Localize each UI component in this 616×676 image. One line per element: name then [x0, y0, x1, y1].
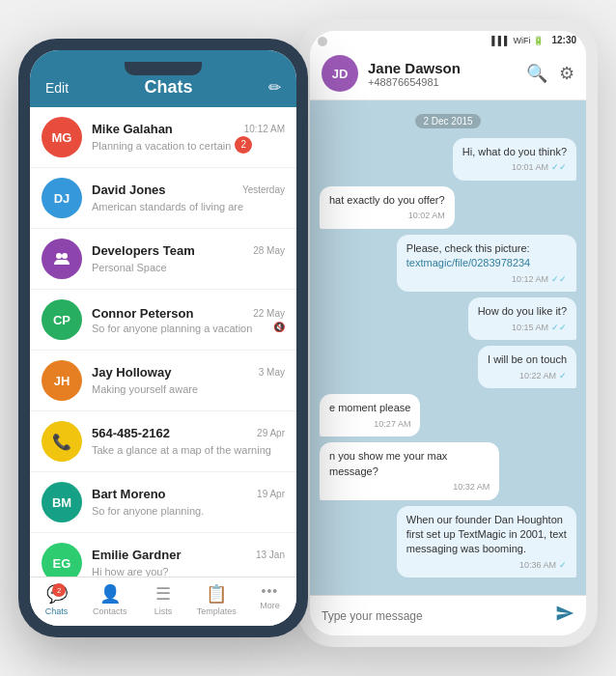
message-bubble: Hi, what do you think? 10:01 AM ✓✓ [453, 138, 576, 181]
chat-preview: Making yourself aware [92, 383, 198, 395]
chats-title: Chats [145, 77, 193, 98]
message-time: 10:32 AM [453, 481, 490, 493]
message-time: 10:15 AM [512, 322, 548, 334]
avatar-bm: BM [42, 482, 82, 522]
avatar-dt [42, 239, 82, 279]
chat-preview: Planning a vacation to certain [92, 140, 231, 152]
message-text: n you show me your max message? [329, 449, 490, 479]
message-bubble: n you show me your max message? 10:32 AM [320, 442, 499, 499]
lists-nav-icon: ☰ [155, 583, 171, 605]
message-bubble: When our founder Dan Houghton first set … [397, 506, 576, 578]
nav-templates[interactable]: 📋 Templates [190, 583, 243, 616]
check-icon: ✓ [559, 559, 567, 572]
chat-item-devteam1[interactable]: Developers Team 28 May Personal Space [30, 229, 296, 290]
signal-icon: ▌▌▌ [491, 36, 510, 45]
templates-nav-icon: 📋 [206, 583, 227, 605]
send-button[interactable] [555, 604, 574, 628]
chat-name: Bart Moreno [92, 487, 166, 501]
compose-icon[interactable]: ✏ [268, 78, 281, 97]
chat-name: Developers Team [92, 243, 195, 258]
chat-preview: So for anyone planning. [92, 505, 204, 517]
chat-info-emilie: Emilie Gardner 13 Jan Hi how are you? [92, 548, 285, 577]
contacts-nav-icon: 👤 [99, 583, 121, 605]
battery-icon: 🔋 [533, 36, 544, 45]
right-phone: ▌▌▌ WiFi 🔋 12:30 JD Jane Dawson +4887665… [298, 19, 598, 647]
chat-item-emilie[interactable]: EG Emilie Gardner 13 Jan Hi how are you? [30, 533, 296, 577]
contact-info: Jane Dawson +48876654981 [368, 60, 517, 88]
chat-item-david1[interactable]: DJ David Jones Yesterday American standa… [30, 168, 296, 229]
chat-preview: American standards of living are [92, 201, 243, 212]
notch-left [125, 62, 202, 75]
wifi-icon: WiFi [513, 36, 530, 45]
edit-button[interactable]: Edit [45, 80, 69, 96]
nav-label-lists: Lists [154, 606, 173, 616]
chat-info-jay: Jay Holloway 3 May Making yourself aware [92, 365, 285, 397]
chat-item-jay[interactable]: JH Jay Holloway 3 May Making yourself aw… [30, 351, 296, 411]
message-text: Please, check this picture: textmagic/fi… [406, 241, 567, 271]
chat-time: 29 Apr [257, 428, 285, 438]
chat-time: 3 May [259, 367, 285, 378]
chat-item-mike[interactable]: MG Mike Galahan 10:12 AM Planning a vaca… [30, 107, 296, 168]
chat-item-phone-number[interactable]: 📞 564-485-2162 29 Apr Take a glance at a… [30, 411, 296, 472]
nav-label-contacts: Contacts [93, 606, 127, 616]
nav-lists[interactable]: ☰ Lists [136, 583, 189, 616]
chat-time: 13 Jan [256, 549, 285, 560]
avatar-mg: MG [42, 117, 82, 157]
message-bubble: Please, check this picture: textmagic/fi… [397, 235, 576, 292]
chat-time: 22 May [253, 308, 285, 319]
chat-item-bart[interactable]: BM Bart Moreno 19 Apr So for anyone plan… [30, 472, 296, 533]
chat-messages: 2 Dec 2015 Hi, what do you think? 10:01 … [310, 100, 586, 595]
message-bubble: I will be on touch 10:22 AM ✓ [478, 346, 576, 388]
chat-name: 564-485-2162 [92, 426, 170, 440]
phones-container: Edit Chats ✏ MG Mike Galahan 10:12 AM Pl… [18, 19, 598, 657]
message-text: How do you like it? [478, 304, 567, 319]
header-actions: 🔍 ⚙ [526, 63, 574, 84]
chat-name: Jay Holloway [92, 365, 171, 380]
clock: 12:30 [551, 35, 576, 45]
message-text: I will be on touch [488, 352, 567, 367]
chats-header: Edit Chats ✏ [30, 50, 296, 107]
avatar-jh: JH [42, 360, 82, 401]
bottom-nav: 2 💬 Chats 👤 Contacts ☰ Lists 📋 Templates [30, 577, 296, 626]
message-bubble: How do you like it? 10:15 AM ✓✓ [468, 297, 576, 340]
avatar-phone: 📞 [42, 421, 82, 462]
nav-contacts[interactable]: 👤 Contacts [83, 583, 136, 616]
chat-list: MG Mike Galahan 10:12 AM Planning a vaca… [30, 107, 296, 577]
message-text: Hi, what do you think? [462, 145, 567, 159]
nav-label-templates: Templates [197, 606, 237, 616]
check-icon: ✓ [559, 370, 567, 382]
chat-preview: So for anyone planning a vacation [92, 323, 252, 334]
status-bar: ▌▌▌ WiFi 🔋 12:30 [310, 31, 586, 47]
message-text: hat exactly do you offer? [329, 193, 445, 208]
avatar-eg: EG [42, 543, 82, 577]
check-icon: ✓✓ [551, 273, 567, 286]
chat-info-phone: 564-485-2162 29 Apr Take a glance at a m… [92, 426, 285, 458]
message-input[interactable] [322, 609, 547, 623]
unread-badge: 2 [235, 136, 252, 154]
contact-name: Jane Dawson [368, 60, 517, 76]
nav-label-chats: Chats [45, 606, 69, 616]
message-text: When our founder Dan Houghton first set … [406, 513, 567, 557]
chat-info-bart: Bart Moreno 19 Apr So for anyone plannin… [92, 487, 285, 519]
chat-name: Mike Galahan [92, 122, 173, 136]
message-time: 10:36 AM [519, 559, 556, 572]
chat-header: JD Jane Dawson +48876654981 🔍 ⚙ [310, 47, 586, 100]
chat-name: Connor Peterson [92, 306, 193, 321]
chat-info-devteam1: Developers Team 28 May Personal Space [92, 243, 285, 275]
nav-chats[interactable]: 2 💬 Chats [30, 583, 83, 616]
chat-time: 19 Apr [257, 489, 285, 499]
nav-more[interactable]: ••• More [243, 583, 296, 616]
message-time: 10:12 AM [512, 273, 548, 286]
camera-dot [318, 37, 327, 46]
more-nav-icon: ••• [262, 583, 279, 599]
avatar-cp: CP [42, 299, 82, 340]
chat-name: David Jones [92, 183, 166, 197]
search-icon[interactable]: 🔍 [526, 63, 547, 84]
chat-item-connor[interactable]: CP Connor Peterson 22 May So for anyone … [30, 290, 296, 351]
chat-preview: Personal Space [92, 262, 167, 273]
date-divider: 2 Dec 2015 [415, 114, 480, 128]
message-text: e moment please [329, 401, 410, 415]
settings-icon[interactable]: ⚙ [559, 63, 574, 84]
chat-time: 28 May [253, 245, 285, 256]
svg-point-0 [56, 253, 62, 259]
